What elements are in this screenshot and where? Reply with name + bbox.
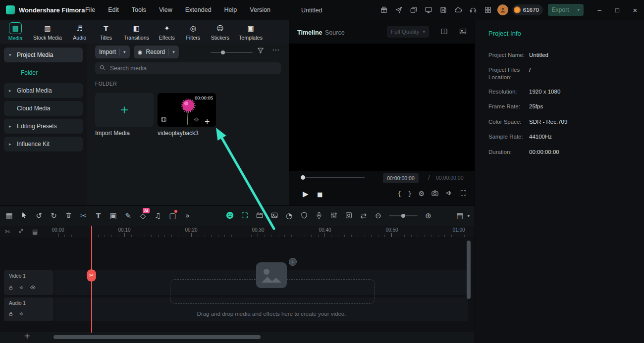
menu-help[interactable]: Help bbox=[224, 6, 237, 13]
voiceover-mic-icon[interactable] bbox=[315, 211, 323, 221]
track-layers-icon[interactable]: ▤ bbox=[32, 229, 38, 235]
add-media-plus-icon[interactable]: + bbox=[289, 258, 297, 266]
more-tools-icon[interactable]: » bbox=[183, 212, 192, 220]
timeline-ruler[interactable]: ✄ ▤ 00:00 00:10 00:20 00:30 00:40 00:50 … bbox=[0, 226, 475, 237]
import-button[interactable]: Import ▾ bbox=[95, 46, 130, 58]
caret-down-icon[interactable]: ▾ bbox=[123, 50, 126, 54]
search-bar[interactable] bbox=[95, 62, 281, 74]
sidebar-item-influence-kit[interactable]: ▸Influence Kit bbox=[4, 137, 83, 151]
delete-icon[interactable] bbox=[64, 211, 73, 220]
snapshot-icon[interactable] bbox=[431, 189, 439, 198]
filter-icon[interactable] bbox=[257, 47, 265, 56]
points-badge[interactable]: 61670 bbox=[512, 4, 543, 15]
media-clip-card[interactable]: 00:00:05 + bbox=[158, 93, 216, 127]
menu-tools[interactable]: Tools bbox=[132, 6, 146, 13]
volume-icon[interactable] bbox=[445, 189, 453, 198]
menu-edit[interactable]: Edit bbox=[108, 6, 119, 13]
render-settings-icon[interactable]: ⚙ bbox=[418, 190, 425, 197]
horizontal-scrollbar[interactable] bbox=[54, 335, 261, 339]
zoom-out-icon[interactable]: ⊖ bbox=[374, 212, 382, 220]
split-scissors-icon[interactable]: ✂ bbox=[79, 212, 88, 220]
sidebar-item-editing-presets[interactable]: ▸Editing Presets bbox=[4, 119, 83, 134]
undo-icon[interactable]: ↺ bbox=[35, 212, 43, 220]
menu-version[interactable]: Version bbox=[250, 6, 270, 13]
audio-track-header[interactable]: Audio 1 bbox=[4, 297, 54, 321]
avatar[interactable] bbox=[497, 4, 508, 15]
apps-grid-icon[interactable] bbox=[481, 0, 495, 20]
mark-out-icon[interactable]: } bbox=[408, 191, 412, 197]
mark-in-icon[interactable]: { bbox=[397, 191, 401, 197]
preview-viewer[interactable] bbox=[289, 44, 475, 171]
sidebar-item-cloud-media[interactable]: Cloud Media bbox=[4, 101, 83, 116]
speed-icon[interactable]: ◔ bbox=[285, 212, 293, 220]
auto-ripple-icon[interactable]: ⇄ bbox=[359, 212, 368, 220]
preview-tab-source[interactable]: Source bbox=[325, 29, 345, 36]
timeline-zoom-slider[interactable] bbox=[389, 215, 418, 216]
split-view-icon[interactable] bbox=[440, 27, 448, 37]
play-button[interactable]: ▶ bbox=[303, 191, 309, 198]
menu-extended[interactable]: Extended bbox=[185, 6, 212, 13]
menu-file[interactable]: File bbox=[85, 6, 95, 13]
snapshot-view-icon[interactable] bbox=[459, 27, 467, 37]
cloud-icon[interactable] bbox=[451, 0, 466, 20]
track-manager-icon[interactable]: ▤ bbox=[456, 212, 463, 220]
stickers-quick-icon[interactable] bbox=[225, 211, 234, 221]
tab-titles[interactable]: TTitles bbox=[98, 23, 114, 41]
tab-transitions[interactable]: ◧Transitions bbox=[124, 23, 149, 41]
maximize-button[interactable]: □ bbox=[608, 0, 626, 20]
tab-stickers[interactable]: ☺Stickers bbox=[211, 23, 229, 41]
crop-marks-icon[interactable] bbox=[240, 211, 249, 221]
sidebar-item-global-media[interactable]: ▸Global Media bbox=[4, 83, 83, 98]
export-frame-icon[interactable] bbox=[270, 211, 278, 221]
thumbnail-size-slider[interactable] bbox=[211, 52, 253, 53]
add-to-timeline-icon[interactable]: + bbox=[204, 118, 210, 125]
minimize-button[interactable]: – bbox=[590, 0, 608, 20]
progress-thumb[interactable] bbox=[301, 175, 305, 180]
search-input[interactable] bbox=[109, 64, 277, 72]
audio-mixer-icon[interactable] bbox=[329, 211, 338, 221]
media-browser-icon[interactable]: ▦ bbox=[5, 212, 13, 220]
zoom-in-icon[interactable]: ⊕ bbox=[424, 212, 432, 220]
screen-record-icon[interactable] bbox=[421, 0, 436, 20]
sidebar-item-project-media[interactable]: ▾Project Media bbox=[4, 48, 83, 62]
mask-icon[interactable] bbox=[300, 211, 308, 221]
slider-thumb[interactable] bbox=[221, 50, 225, 54]
tab-filters[interactable]: ◎Filters bbox=[185, 23, 202, 41]
sidebar-item-folder[interactable]: Folder bbox=[4, 65, 83, 80]
preview-tab-timeline[interactable]: Timeline bbox=[297, 29, 322, 36]
save-icon[interactable] bbox=[436, 0, 451, 20]
export-button[interactable]: Export ▾ bbox=[548, 4, 584, 16]
quick-split-icon[interactable]: ✄ bbox=[5, 229, 10, 235]
motion-tracking-icon[interactable] bbox=[344, 211, 353, 221]
redo-icon[interactable]: ↻ bbox=[50, 212, 58, 220]
playhead-split-handle[interactable]: ✂ bbox=[87, 269, 96, 282]
clapper-icon[interactable] bbox=[255, 211, 264, 221]
add-track-button[interactable]: + bbox=[24, 332, 30, 340]
close-button[interactable]: × bbox=[626, 0, 644, 20]
fullscreen-icon[interactable] bbox=[460, 189, 467, 198]
mute-icon[interactable] bbox=[19, 311, 25, 318]
hide-track-eye-icon[interactable] bbox=[30, 284, 36, 292]
support-icon[interactable] bbox=[466, 0, 481, 20]
tab-stock-media[interactable]: ▥Stock Media bbox=[33, 23, 62, 41]
text-tool-icon[interactable]: T bbox=[94, 212, 103, 219]
batch-export-icon[interactable] bbox=[406, 0, 421, 20]
tab-audio[interactable]: ♬Audio bbox=[71, 23, 88, 41]
record-button[interactable]: ◉ Record ▾ bbox=[134, 46, 179, 58]
import-media-card[interactable]: + bbox=[95, 93, 154, 127]
quality-selector[interactable]: Full Quality ▾ bbox=[387, 26, 429, 38]
tab-templates[interactable]: ▣Templates bbox=[239, 23, 263, 41]
export-caret-icon[interactable]: ▾ bbox=[577, 8, 580, 12]
lock-icon[interactable] bbox=[8, 311, 14, 318]
selection-box-icon[interactable]: ▢ bbox=[168, 212, 177, 220]
mute-icon[interactable] bbox=[19, 285, 25, 292]
lock-icon[interactable] bbox=[8, 285, 14, 292]
ai-audio-icon[interactable]: ♫ bbox=[154, 212, 162, 220]
preview-eye-icon[interactable] bbox=[193, 116, 200, 124]
send-icon[interactable] bbox=[391, 0, 406, 20]
tab-media[interactable]: ▤Media bbox=[7, 22, 24, 41]
link-clips-icon[interactable] bbox=[18, 228, 24, 236]
tab-effects[interactable]: ✦Effects bbox=[159, 23, 175, 41]
stop-button[interactable]: ■ bbox=[317, 192, 322, 197]
menu-view[interactable]: View bbox=[159, 6, 172, 13]
